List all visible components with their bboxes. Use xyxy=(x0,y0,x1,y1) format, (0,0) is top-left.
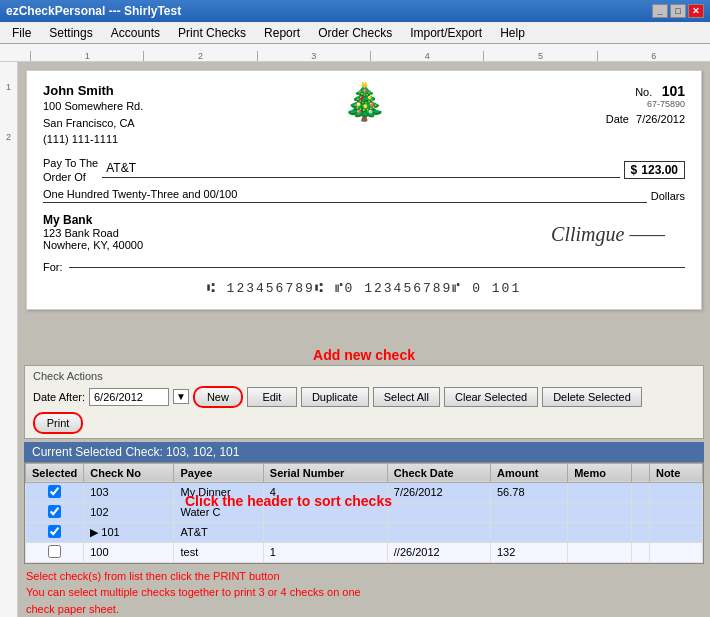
check-area: 🎄 John Smith 100 Somewhere Rd. San Franc… xyxy=(18,62,710,343)
check-number-section: No. 101 67-75890 Date 7/26/2012 xyxy=(606,83,685,148)
check-routing: 67-75890 xyxy=(606,99,685,109)
check-amount: 123.00 xyxy=(641,163,678,177)
micr-line: ⑆ 123456789⑆ ⑈0 123456789⑈ 0 101 xyxy=(43,281,685,296)
row-payee: Water C xyxy=(174,502,263,522)
col-check-date[interactable]: Check Date xyxy=(387,463,490,482)
new-button[interactable]: New xyxy=(193,386,243,408)
order-of-label: Order Of xyxy=(43,170,98,184)
bottom-annotation: Select check(s) from list then click the… xyxy=(26,568,702,618)
check-actions-row: Date After: ▼ New Edit Duplicate Select … xyxy=(33,386,695,434)
row-check-no: 102 xyxy=(84,502,174,522)
row-checkbox-cell[interactable] xyxy=(26,502,84,522)
dollar-sign: $ xyxy=(631,163,638,177)
row-date: 7/26/2012 xyxy=(387,482,490,502)
maximize-button[interactable]: □ xyxy=(670,4,686,18)
ruler-mark-3: 3 xyxy=(257,51,370,61)
title-bar: ezCheckPersonal --- ShirlyTest _ □ ✕ xyxy=(0,0,710,22)
bank-section: My Bank 123 Bank Road Nowhere, KY, 40000… xyxy=(43,213,685,251)
ruler-mark-2: 2 xyxy=(143,51,256,61)
menu-report[interactable]: Report xyxy=(256,24,308,42)
menu-import-export[interactable]: Import/Export xyxy=(402,24,490,42)
row-checkbox[interactable] xyxy=(48,525,61,538)
amount-words: One Hundred Twenty-Three and 00/100 xyxy=(43,188,647,203)
delete-selected-button[interactable]: Delete Selected xyxy=(542,387,642,407)
col-empty xyxy=(631,463,649,482)
col-payee[interactable]: Payee xyxy=(174,463,263,482)
col-selected[interactable]: Selected xyxy=(26,463,84,482)
row-checkbox-cell[interactable] xyxy=(26,482,84,502)
menu-file[interactable]: File xyxy=(4,24,39,42)
app-title: ezCheckPersonal --- ShirlyTest xyxy=(6,4,181,18)
row-serial: 4 xyxy=(263,482,387,502)
current-selected-label: Current Selected Check: 103, 102, 101 xyxy=(32,445,239,459)
row-serial xyxy=(263,502,387,522)
row-checkbox-cell[interactable] xyxy=(26,542,84,562)
bottom-line3: check paper sheet. xyxy=(26,601,702,618)
row-check-no: 100 xyxy=(84,542,174,562)
check-number: 101 xyxy=(662,83,685,99)
col-serial[interactable]: Serial Number xyxy=(263,463,387,482)
ruler-mark-5: 5 xyxy=(483,51,596,61)
row-note xyxy=(649,542,702,562)
minimize-button[interactable]: _ xyxy=(652,4,668,18)
row-payee: My Dinner xyxy=(174,482,263,502)
date-dropdown[interactable]: ▼ xyxy=(173,389,189,404)
row-checkbox[interactable] xyxy=(48,545,61,558)
row-note xyxy=(649,482,702,502)
main-area: 1 2 🎄 John Smith 100 Somewhere Rd. xyxy=(0,62,710,617)
row-date: //26/2012 xyxy=(387,542,490,562)
menu-help[interactable]: Help xyxy=(492,24,533,42)
for-line: For: xyxy=(43,261,685,273)
row-checkbox[interactable] xyxy=(48,505,61,518)
bank-info: My Bank 123 Bank Road Nowhere, KY, 40000 xyxy=(43,213,143,251)
date-after-label: Date After: xyxy=(33,391,85,403)
row-serial xyxy=(263,522,387,542)
for-underline xyxy=(69,267,685,268)
table-row: 102 Water C xyxy=(26,502,703,522)
row-date xyxy=(387,522,490,542)
row-memo xyxy=(568,502,631,522)
col-amount[interactable]: Amount xyxy=(490,463,567,482)
row-amount xyxy=(490,522,567,542)
check-actions-title: Check Actions xyxy=(33,370,695,382)
date-after-input[interactable] xyxy=(89,388,169,406)
menu-settings[interactable]: Settings xyxy=(41,24,100,42)
add-check-annotation: Add new check xyxy=(18,347,710,363)
menu-order-checks[interactable]: Order Checks xyxy=(310,24,400,42)
current-selected-bar: Current Selected Check: 103, 102, 101 xyxy=(24,442,704,462)
window-controls: _ □ ✕ xyxy=(652,4,704,18)
col-note[interactable]: Note xyxy=(649,463,702,482)
check-date: 7/26/2012 xyxy=(636,113,685,125)
clear-selected-button[interactable]: Clear Selected xyxy=(444,387,538,407)
ruler: 1 2 3 4 5 6 xyxy=(0,44,710,62)
row-checkbox[interactable] xyxy=(48,485,61,498)
check-address1: 100 Somewhere Rd. xyxy=(43,98,143,115)
table-row: ▶ 101 AT&T xyxy=(26,522,703,542)
row-note xyxy=(649,502,702,522)
row-checkbox-cell[interactable] xyxy=(26,522,84,542)
col-memo[interactable]: Memo xyxy=(568,463,631,482)
row-serial: 1 xyxy=(263,542,387,562)
content-with-ruler: 1 2 🎄 John Smith 100 Somewhere Rd. xyxy=(0,62,710,617)
check-phone: (111) 111-1111 xyxy=(43,131,143,148)
check-actions-panel: Check Actions Date After: ▼ New Edit Dup… xyxy=(24,365,704,439)
menu-print-checks[interactable]: Print Checks xyxy=(170,24,254,42)
menu-bar: File Settings Accounts Print Checks Repo… xyxy=(0,22,710,44)
duplicate-button[interactable]: Duplicate xyxy=(301,387,369,407)
left-ruler-mark-2: 2 xyxy=(6,132,11,142)
row-amount: 56.78 xyxy=(490,482,567,502)
col-check-no[interactable]: Check No xyxy=(84,463,174,482)
edit-button[interactable]: Edit xyxy=(247,387,297,407)
menu-accounts[interactable]: Accounts xyxy=(103,24,168,42)
ruler-mark-6: 6 xyxy=(597,51,710,61)
close-button[interactable]: ✕ xyxy=(688,4,704,18)
table-row: 100 test 1 //26/2012 132 xyxy=(26,542,703,562)
dollars-label: Dollars xyxy=(651,190,685,202)
row-amount xyxy=(490,502,567,522)
left-ruler: 1 2 xyxy=(0,62,18,617)
print-button[interactable]: Print xyxy=(33,412,83,434)
pay-to-label: Pay To The xyxy=(43,156,98,170)
ruler-mark-1: 1 xyxy=(30,51,143,61)
select-all-button[interactable]: Select All xyxy=(373,387,440,407)
row-empty xyxy=(631,522,649,542)
